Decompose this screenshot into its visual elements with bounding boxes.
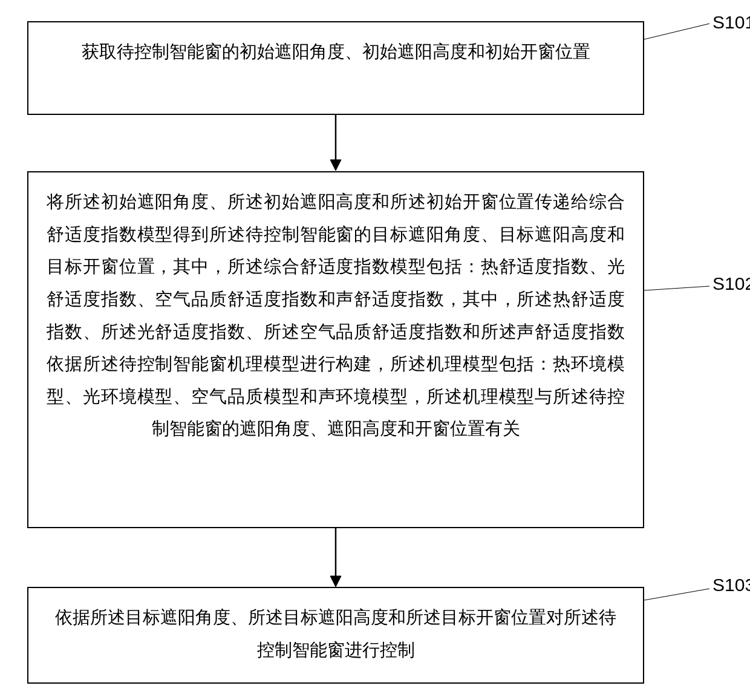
arrow-s101-to-s102 — [327, 115, 345, 172]
step-box-s102: 将所述初始遮阳角度、所述初始遮阳高度和所述初始开窗位置传递给综合舒适度指数模型得… — [27, 171, 644, 528]
leader-line-s101 — [644, 21, 714, 42]
arrow-s102-to-s103 — [327, 528, 345, 589]
step-text-s103: 依据所述目标遮阳角度、所述目标遮阳高度和所述目标开窗位置对所述待控制智能窗进行控… — [55, 607, 616, 659]
step-text-s102: 将所述初始遮阳角度、所述初始遮阳高度和所述初始开窗位置传递给综合舒适度指数模型得… — [47, 192, 625, 438]
leader-line-s102 — [644, 284, 714, 296]
svg-marker-2 — [330, 160, 341, 171]
svg-line-0 — [644, 24, 709, 39]
svg-line-6 — [644, 589, 709, 600]
flowchart: 获取待控制智能窗的初始遮阳角度、初始遮阳高度和初始开窗位置 S101 将所述初始… — [12, 12, 750, 688]
step-box-s103: 依据所述目标遮阳角度、所述目标遮阳高度和所述目标开窗位置对所述待控制智能窗进行控… — [27, 587, 644, 684]
leader-line-s103 — [644, 587, 714, 602]
step-label-s102: S102 — [712, 273, 750, 294]
svg-marker-5 — [330, 576, 341, 587]
step-label-s103: S103 — [712, 575, 750, 595]
svg-line-3 — [644, 286, 709, 290]
step-text-s101: 获取待控制智能窗的初始遮阳角度、初始遮阳高度和初始开窗位置 — [82, 42, 590, 61]
step-label-s101: S101 — [712, 12, 750, 33]
step-box-s101: 获取待控制智能窗的初始遮阳角度、初始遮阳高度和初始开窗位置 — [27, 21, 644, 115]
